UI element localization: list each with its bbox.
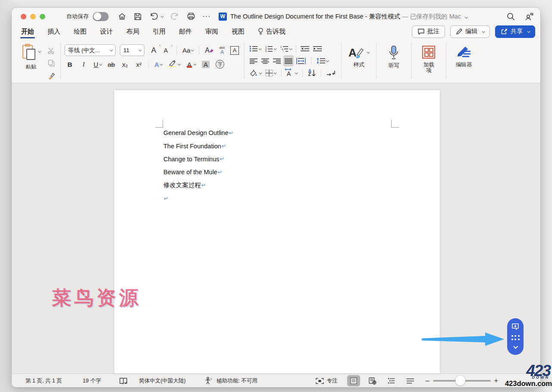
change-case-button[interactable]: Aa [181,45,194,56]
shading-button[interactable] [248,67,263,78]
multilevel-list-button[interactable]: 1ai [279,43,293,54]
focus-mode-label[interactable]: 专注 [327,377,338,385]
zoom-slider-thumb[interactable] [455,376,465,386]
svg-text:?: ? [210,377,212,381]
editing-mode-button[interactable]: 编辑 [450,25,490,38]
document-page[interactable]: General Design Outline↵ The First Founda… [114,90,440,373]
home-icon[interactable] [118,12,126,21]
floating-toolbar[interactable] [507,318,524,355]
dictate-button[interactable]: 听写 [380,42,407,80]
add-ins-icon [422,45,436,59]
paragraph-group: 123 1ai [248,42,337,80]
subscript-button[interactable]: x₂ [120,59,130,69]
draft-view-button[interactable] [404,375,417,386]
more-options-grid-icon[interactable] [511,335,520,340]
font-color-button[interactable]: A [185,59,197,69]
undo-button[interactable] [149,12,163,21]
doc-line: General Design Outline↵ [163,126,234,139]
superscript-button[interactable]: x² [134,59,144,69]
language-indicator[interactable]: 简体中文(中国大陆) [139,377,185,385]
page-indicator[interactable]: 第 1 页, 共 1 页 [25,377,62,385]
tab-insert[interactable]: 插入 [47,27,61,38]
line-spacing-button[interactable] [315,55,329,66]
accessibility-status[interactable]: 辅助功能: 不可用 [216,377,257,385]
justify-button[interactable] [283,55,294,66]
numbering-button[interactable]: 123 [263,43,277,54]
font-size-select[interactable]: 11 [120,44,144,56]
italic-button[interactable]: I [78,59,89,69]
focus-mode-icon[interactable] [316,378,324,384]
collapse-chevron-icon[interactable] [513,344,518,349]
save-icon[interactable] [134,13,142,21]
zoom-slider[interactable] [433,380,491,382]
phonetic-guide-button[interactable]: abc A [217,45,227,56]
proofing-icon[interactable] [119,377,128,385]
character-border-button[interactable]: A [229,45,240,56]
search-icon[interactable] [506,12,515,21]
comments-button[interactable]: 批注 [412,25,445,38]
decrease-indent-button[interactable] [299,43,310,54]
doc-line: Change to Terminus↵ [163,153,234,166]
word-count[interactable]: 19 个字 [83,377,101,385]
distribute-text-button[interactable] [295,55,307,66]
fullscreen-window-button[interactable] [40,14,45,19]
svg-text:3: 3 [265,50,267,52]
character-shading-button[interactable]: A [201,59,211,69]
highlight-color-button[interactable] [167,59,181,69]
align-left-button[interactable] [248,55,259,66]
format-painter-button[interactable] [46,71,56,80]
document-text[interactable]: General Design Outline↵ The First Founda… [163,126,234,205]
show-formatting-marks-button[interactable] [325,67,337,78]
print-layout-view-button[interactable] [347,375,360,386]
styles-button[interactable]: A 样式 [345,42,372,80]
paste-chevron-icon[interactable] [38,50,41,53]
editor-button[interactable]: 编辑器 [450,42,477,80]
add-comment-icon[interactable] [511,323,519,330]
text-effects-button[interactable]: A [153,59,163,69]
increase-indent-button[interactable] [312,43,323,54]
share-button[interactable]: 共享 [495,25,535,38]
tab-home[interactable]: 开始 [20,27,35,38]
print-icon[interactable] [186,12,196,21]
autosave-toggle[interactable] [93,12,109,21]
clear-formatting-button[interactable]: A [204,45,215,56]
comment-icon [417,28,425,35]
tab-review[interactable]: 审阅 [204,27,219,38]
align-center-button[interactable] [260,55,270,66]
align-right-button[interactable] [272,55,282,66]
minimize-window-button[interactable] [30,14,36,19]
tab-draw[interactable]: 绘图 [73,27,88,38]
tab-view[interactable]: 视图 [231,27,245,38]
title-chevron-icon[interactable] [465,16,468,19]
enclose-characters-button[interactable]: 字 [214,59,226,69]
share-people-icon[interactable] [525,12,534,21]
sort-button[interactable]: AZ [307,67,317,78]
tab-tell-me[interactable]: 告诉我 [257,27,286,38]
bullets-button[interactable] [248,43,262,54]
grow-font-button[interactable]: Aˆ [150,45,160,56]
zoom-in-button[interactable]: + [494,377,498,385]
tab-references[interactable]: 引用 [152,27,166,38]
asian-layout-button[interactable]: A [285,67,298,78]
strikethrough-button[interactable]: ab [106,59,116,69]
add-ins-button[interactable]: 加载项 [415,42,442,80]
shrink-font-button[interactable]: Aˇ [162,45,172,56]
undo-chevron-icon[interactable] [161,15,164,18]
more-commands-button[interactable]: ··· [202,12,211,21]
paragraph-mark-icon: ↵ [229,130,234,136]
paste-button[interactable]: 粘贴 [19,44,44,80]
tab-layout[interactable]: 布局 [125,27,140,38]
site-watermark-text: 菜鸟资源 [52,285,141,311]
tab-mailings[interactable]: 邮件 [178,27,193,38]
close-window-button[interactable] [21,14,26,19]
web-layout-view-button[interactable] [366,375,379,386]
tab-design[interactable]: 设计 [99,27,114,38]
bold-button[interactable]: B [65,59,75,69]
redo-button [170,12,179,21]
borders-button[interactable] [264,67,277,78]
zoom-out-button[interactable]: – [426,377,430,385]
accessibility-icon[interactable]: ? [204,377,213,385]
outline-view-button[interactable] [385,375,398,386]
underline-button[interactable]: U [92,59,103,69]
font-name-select[interactable]: 等线 (中文... [65,44,116,56]
